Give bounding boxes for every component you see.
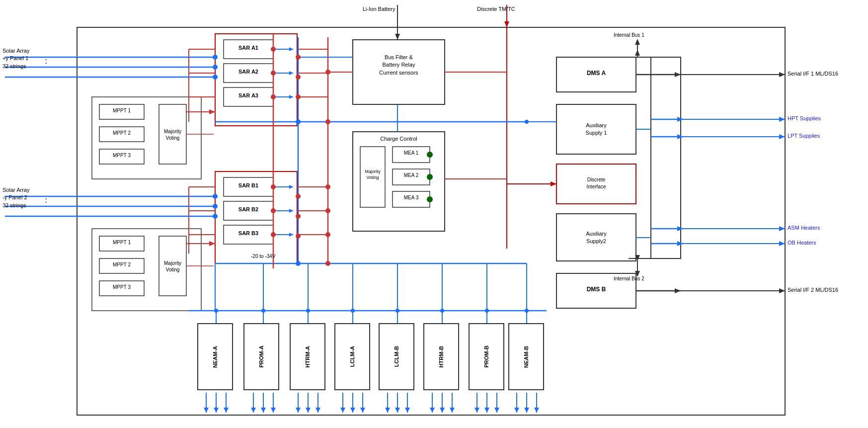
svg-marker-153 xyxy=(494,408,499,413)
svg-marker-151 xyxy=(484,408,489,413)
svg-point-206 xyxy=(271,94,276,99)
mea1-label: MEA 1 xyxy=(395,150,427,156)
discrete-interface-label: DiscreteInterface xyxy=(559,176,633,190)
svg-point-215 xyxy=(213,214,218,219)
svg-marker-98 xyxy=(677,226,683,231)
charge-control-label: Charge Control xyxy=(355,136,442,142)
svg-marker-79 xyxy=(209,109,215,114)
svg-point-165 xyxy=(296,214,301,219)
svg-text::: : xyxy=(45,57,47,65)
majority-voting-bottom: MajorityVoting xyxy=(160,260,185,273)
diagram-container: : : xyxy=(0,0,868,428)
svg-point-166 xyxy=(296,234,301,239)
svg-marker-147 xyxy=(450,408,455,413)
svg-marker-195 xyxy=(551,181,556,186)
lclm-b-module: LCLM-B xyxy=(379,323,414,390)
svg-point-212 xyxy=(213,75,218,80)
svg-marker-94 xyxy=(677,117,683,122)
sar-a2-label: SAR A2 xyxy=(228,69,269,75)
svg-marker-121 xyxy=(261,408,266,413)
mea3-label: MEA 3 xyxy=(395,195,427,200)
li-ion-battery-label: Li-Ion Battery xyxy=(363,6,395,12)
svg-marker-92 xyxy=(675,72,681,77)
charge-majority-voting: MajorityVoting xyxy=(361,169,384,180)
mppt2-top: MPPT 2 xyxy=(103,130,140,136)
bus-filter-label: Bus Filter &Battery RelayCurrent sensors xyxy=(355,54,442,77)
prom-b-module: PROM-B xyxy=(469,323,504,390)
svg-marker-56 xyxy=(289,71,293,75)
svg-marker-100 xyxy=(677,241,683,246)
dms-a-label: DMS A xyxy=(559,70,633,77)
svg-point-211 xyxy=(213,65,218,70)
solar-array-top-label: Solar Array +y Panel 1 32 strings xyxy=(2,47,29,70)
svg-point-83 xyxy=(427,174,433,180)
svg-marker-145 xyxy=(440,408,445,413)
svg-marker-129 xyxy=(316,408,320,413)
svg-marker-123 xyxy=(271,408,276,413)
svg-point-209 xyxy=(271,232,276,237)
svg-marker-72 xyxy=(289,185,293,189)
svg-marker-76 xyxy=(289,233,293,237)
svg-marker-96 xyxy=(677,134,683,139)
dms-b-label: DMS B xyxy=(559,286,633,293)
svg-marker-199 xyxy=(635,39,640,45)
lclm-a-module: LCLM-A xyxy=(334,323,370,390)
mppt3-top: MPPT 3 xyxy=(103,153,140,158)
lpt-supplies-label: LPT Supplies xyxy=(788,133,820,139)
hpt-supplies-label: HPT Supplies xyxy=(788,115,821,121)
svg-point-171 xyxy=(325,208,330,213)
svg-point-161 xyxy=(296,75,301,80)
svg-point-205 xyxy=(271,71,276,76)
svg-marker-88 xyxy=(635,50,640,56)
solar-array-bottom-label: Solar Array -y Panel 2 32 strings xyxy=(2,186,29,209)
aux-supply-1-label: AuxiliarySupply 1 xyxy=(559,122,633,137)
svg-text::: : xyxy=(45,196,47,204)
internal-bus-1-label: Internal Bus 1 xyxy=(614,32,644,38)
svg-point-163 xyxy=(296,119,301,124)
svg-marker-58 xyxy=(289,95,293,99)
svg-point-162 xyxy=(296,94,301,99)
htrm-b-module: HTRM-B xyxy=(423,323,459,390)
svg-point-177 xyxy=(351,309,355,313)
svg-marker-74 xyxy=(289,209,293,213)
sar-a3-label: SAR A3 xyxy=(228,92,269,98)
mppt2-bottom: MPPT 2 xyxy=(103,262,140,267)
svg-marker-143 xyxy=(430,408,435,413)
svg-marker-137 xyxy=(385,408,390,413)
svg-point-170 xyxy=(325,184,330,189)
neam-b-module: NEAM-B xyxy=(508,323,544,390)
ob-heaters-label: OB Heaters xyxy=(788,240,816,246)
svg-point-176 xyxy=(306,309,310,313)
svg-marker-133 xyxy=(350,408,355,413)
svg-point-178 xyxy=(395,309,399,313)
svg-marker-141 xyxy=(405,408,410,413)
svg-point-180 xyxy=(485,309,489,313)
svg-marker-139 xyxy=(395,408,400,413)
svg-marker-155 xyxy=(514,408,519,413)
svg-point-181 xyxy=(525,309,529,313)
sar-b2-label: SAR B2 xyxy=(228,206,269,212)
svg-point-214 xyxy=(213,204,218,209)
mppt1-bottom: MPPT 1 xyxy=(103,240,140,245)
svg-marker-54 xyxy=(289,47,293,51)
svg-point-174 xyxy=(214,309,218,313)
svg-point-82 xyxy=(427,152,433,158)
sar-a1-label: SAR A1 xyxy=(228,45,269,51)
svg-marker-135 xyxy=(360,408,365,413)
svg-marker-149 xyxy=(474,408,479,413)
svg-point-191 xyxy=(525,120,529,124)
svg-marker-228 xyxy=(779,226,785,231)
mea2-label: MEA 2 xyxy=(395,172,427,178)
svg-marker-131 xyxy=(340,408,345,413)
svg-marker-127 xyxy=(306,408,311,413)
svg-point-175 xyxy=(261,309,265,313)
sar-b1-label: SAR B1 xyxy=(228,182,269,188)
bus-voltage-label: -20 to -34V xyxy=(251,254,275,259)
svg-marker-115 xyxy=(214,408,219,413)
svg-marker-81 xyxy=(209,241,215,246)
svg-point-168 xyxy=(325,70,330,75)
svg-marker-225 xyxy=(779,288,785,293)
prom-a-module: PROM-A xyxy=(243,323,279,390)
serial-2-label: Serial I/F 2 ML/DS16 xyxy=(788,287,838,293)
svg-marker-113 xyxy=(204,408,209,413)
